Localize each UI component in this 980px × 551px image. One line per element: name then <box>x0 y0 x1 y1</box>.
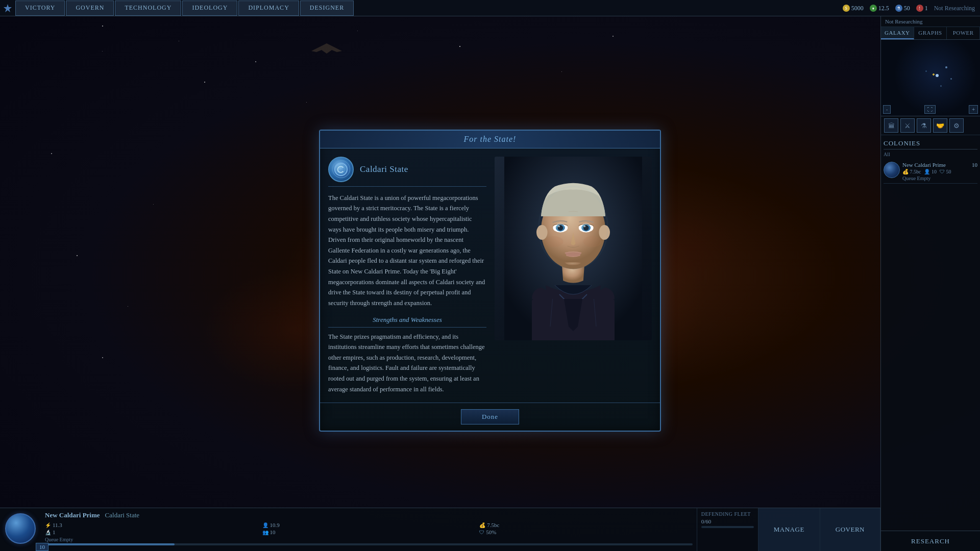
faction-logo <box>328 157 354 182</box>
faction-portrait <box>495 157 652 340</box>
dialog-right-panel <box>495 157 652 395</box>
svg-point-10 <box>558 226 560 228</box>
dialog-overlay: For the State! <box>0 0 980 551</box>
faction-header: Caldari State <box>328 157 486 187</box>
dialog-footer: Done <box>320 403 660 431</box>
strengths-title: Strengths and Weaknesses <box>328 316 486 328</box>
faction-logo-inner <box>332 160 350 178</box>
dialog-content: Caldari State The Caldari State is a uni… <box>320 148 660 403</box>
svg-point-16 <box>583 236 602 247</box>
done-button[interactable]: Done <box>461 409 519 424</box>
dialog-box: For the State! <box>319 130 661 432</box>
faction-name: Caldari State <box>360 164 408 174</box>
strengths-text: The State prizes pragmatism and efficien… <box>328 332 486 395</box>
svg-point-15 <box>545 236 563 247</box>
dialog-title-bar: For the State! <box>320 131 660 148</box>
dialog-left-panel: Caldari State The Caldari State is a uni… <box>328 157 486 395</box>
svg-point-14 <box>584 226 586 228</box>
dialog-title: For the State! <box>328 135 652 144</box>
faction-description: The Caldari State is a union of powerful… <box>328 193 486 309</box>
